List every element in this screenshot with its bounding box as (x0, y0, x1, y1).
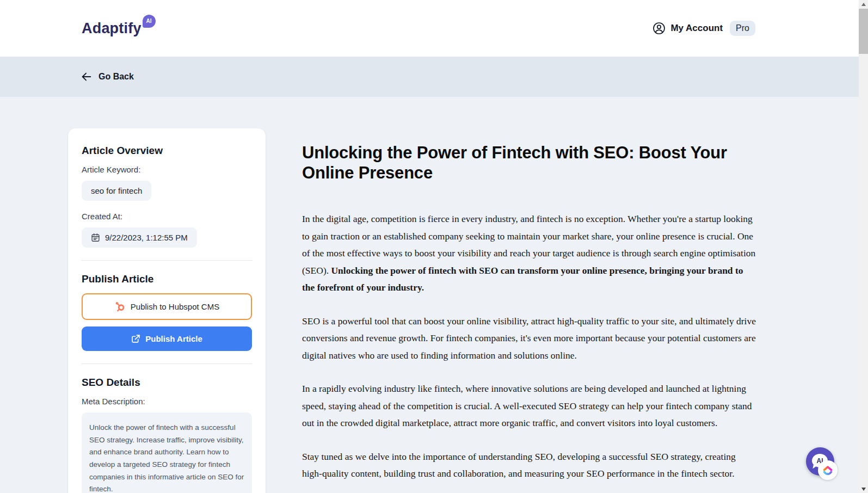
publish-to-hubspot-button[interactable]: Publish to Hubspot CMS (82, 293, 252, 320)
article-paragraph-intro: In the digital age, competition is fierc… (302, 211, 757, 297)
back-navigation-bar: Go Back (0, 57, 868, 97)
publish-to-hubspot-label: Publish to Hubspot CMS (131, 302, 219, 311)
go-back-button[interactable]: Go Back (81, 71, 134, 83)
created-at-value: 9/22/2023, 1:12:55 PM (82, 227, 197, 248)
go-back-label: Go Back (99, 72, 134, 82)
scrollbar-thumb[interactable] (859, 9, 868, 54)
app-root: Adaptify AI My Account Pro Go Back Artic… (0, 0, 868, 493)
my-account-label: My Account (670, 23, 723, 34)
article-paragraph: Stay tuned as we delve into the importan… (302, 448, 757, 483)
created-at-label: Created At: (82, 212, 252, 221)
meta-description-label: Meta Description: (82, 397, 252, 406)
vertical-scrollbar (859, 0, 868, 493)
seo-details-title: SEO Details (82, 377, 252, 389)
scrollbar-up-arrow[interactable] (859, 0, 868, 8)
hubspot-sprocket-icon (114, 301, 126, 312)
ai-assistant-fab[interactable]: AI (806, 447, 834, 476)
calendar-icon (91, 233, 100, 242)
scrollbar-down-arrow[interactable] (859, 485, 868, 493)
meta-description-value: Unlock the power of fintech with a succe… (82, 412, 252, 493)
article-paragraph: SEO is a powerful tool that can boost yo… (302, 313, 757, 365)
article-overview-title: Article Overview (82, 145, 252, 157)
publish-article-label: Publish Article (145, 334, 202, 343)
logo-ai-badge-icon: AI (143, 15, 156, 28)
external-link-icon (131, 334, 140, 343)
adaptify-logo[interactable]: Adaptify AI (82, 20, 155, 37)
clickup-badge (818, 460, 838, 480)
divider (82, 363, 252, 364)
clickup-icon (822, 464, 834, 476)
logo-text: Adaptify (82, 20, 141, 37)
publish-article-button[interactable]: Publish Article (82, 326, 252, 351)
article-overview-card: Article Overview Article Keyword: seo fo… (68, 128, 266, 493)
divider (82, 260, 252, 261)
article-keyword-label: Article Keyword: (82, 165, 252, 174)
intro-bold-text: Unlocking the power of fintech with SEO … (302, 265, 743, 293)
user-circle-icon (652, 22, 666, 35)
my-account-menu[interactable]: My Account Pro (652, 21, 755, 36)
top-header: Adaptify AI My Account Pro (0, 0, 868, 57)
created-at-text: 9/22/2023, 1:12:55 PM (105, 233, 188, 242)
left-arrow-icon (81, 71, 93, 83)
pro-plan-badge: Pro (730, 21, 755, 36)
publish-article-title: Publish Article (82, 273, 252, 285)
article-keyword-value: seo for fintech (82, 181, 151, 201)
article-content: Unlocking the Power of Fintech with SEO:… (302, 143, 757, 493)
article-paragraph: In a rapidly evolving industry like fint… (302, 380, 757, 432)
article-title: Unlocking the Power of Fintech with SEO:… (302, 143, 757, 183)
